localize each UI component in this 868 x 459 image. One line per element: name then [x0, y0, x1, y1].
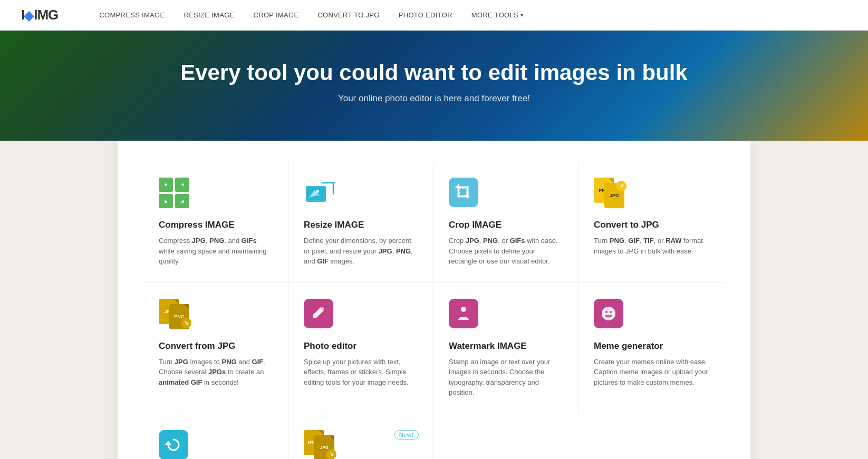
tools-grid: Compress IMAGE Compress JPG, PNG, and GI… — [144, 162, 724, 459]
hero-headline: Every tool you could want to edit images… — [11, 60, 857, 86]
logo-text: IIMG — [21, 7, 58, 23]
resize-name: Resize IMAGE — [304, 220, 419, 230]
crop-desc: Crop JPG, PNG, or GIFs with ease. Choose… — [449, 236, 564, 267]
photo-editor-name: Photo editor — [304, 341, 419, 351]
hero-section: Every tool you could want to edit images… — [0, 31, 868, 141]
svg-rect-11 — [459, 188, 467, 196]
compress-name: Compress IMAGE — [159, 220, 274, 230]
chevron-down-icon: ▾ — [520, 12, 523, 18]
compress-icon — [159, 178, 192, 211]
new-badge: New! — [394, 430, 419, 440]
convert-to-jpg-name: Convert to JPG — [594, 220, 709, 230]
tool-card-compress[interactable]: Compress IMAGE Compress JPG, PNG, and GI… — [144, 162, 289, 283]
watermark-icon — [449, 299, 483, 333]
tool-card-photo-editor[interactable]: Photo editor Spice up your pictures with… — [289, 283, 434, 414]
tool-card-convert-to-jpg[interactable]: PNG JPG ↗ Convert to JPG Turn PNG, GIF, … — [579, 162, 724, 283]
tool-card-convert-from-jpg[interactable]: JPG PNG ↘ Convert from JPG Turn JPG imag… — [144, 283, 289, 414]
tool-card-crop[interactable]: Crop IMAGE Crop JPG, PNG, or GIFs with e… — [434, 162, 579, 283]
hero-subtext: Your online photo editor is here and for… — [11, 93, 857, 104]
crop-name: Crop IMAGE — [449, 220, 564, 230]
nav-resize-image[interactable]: RESIZE IMAGE — [184, 11, 234, 19]
svg-point-17 — [610, 311, 612, 313]
tools-container: Compress IMAGE Compress JPG, PNG, and GI… — [118, 141, 750, 459]
html-to-image-icon: HTML JPG ↘ — [304, 430, 337, 459]
tool-card-resize[interactable]: Resize IMAGE Define your dimensions, by … — [289, 162, 434, 283]
tool-card-html-to-image[interactable]: HTML JPG ↘ New! HTML to IMAGE Co — [289, 414, 434, 459]
watermark-desc: Stamp an image or text over your images … — [449, 357, 564, 398]
nav-compress-image[interactable]: COMPRESS IMAGE — [99, 11, 165, 19]
resize-icon — [304, 178, 337, 211]
meme-name: Meme generator — [594, 341, 709, 351]
tool-card-rotate[interactable]: Rotate IMAGE Rotate many images JPG, PNG… — [144, 414, 289, 459]
nav-convert-to-jpg[interactable]: CONVERT TO JPG — [317, 11, 379, 19]
convert-to-jpg-icon: PNG JPG ↗ — [594, 178, 628, 211]
svg-point-14 — [461, 307, 466, 312]
svg-point-13 — [321, 307, 324, 310]
resize-desc: Define your dimensions, by percent or pi… — [304, 236, 419, 267]
svg-point-16 — [605, 311, 607, 313]
crop-icon — [449, 178, 483, 211]
nav-more-tools[interactable]: MORE TOOLS ▾ — [471, 11, 524, 19]
watermark-name: Watermark IMAGE — [449, 341, 564, 351]
svg-marker-19 — [165, 441, 171, 445]
convert-from-jpg-name: Convert from JPG — [159, 341, 274, 351]
logo[interactable]: IIMG — [21, 7, 58, 23]
svg-point-7 — [316, 190, 319, 193]
convert-to-jpg-desc: Turn PNG, GIF, TIF, or RAW format images… — [594, 236, 709, 256]
nav-photo-editor[interactable]: PHOTO EDITOR — [399, 11, 452, 19]
photo-editor-icon — [304, 299, 337, 333]
photo-editor-desc: Spice up your pictures with text, effect… — [304, 357, 419, 388]
tool-card-watermark[interactable]: Watermark IMAGE Stamp an image or text o… — [434, 283, 579, 414]
tool-card-meme[interactable]: Meme generator Create your memes online … — [579, 283, 724, 414]
svg-point-15 — [602, 307, 615, 320]
convert-from-jpg-desc: Turn JPG images to PNG and GIF. Choose s… — [159, 357, 274, 388]
convert-from-jpg-icon: JPG PNG ↘ — [159, 299, 192, 333]
rotate-icon — [159, 430, 192, 459]
nav-crop-image[interactable]: CROP IMAGE — [254, 11, 299, 19]
compress-desc: Compress JPG, PNG, and GIFs while saving… — [159, 236, 274, 267]
main-nav: IIMG COMPRESS IMAGE RESIZE IMAGE CROP IM… — [0, 0, 868, 31]
meme-desc: Create your memes online with ease. Capt… — [594, 357, 709, 388]
meme-icon — [594, 299, 628, 333]
